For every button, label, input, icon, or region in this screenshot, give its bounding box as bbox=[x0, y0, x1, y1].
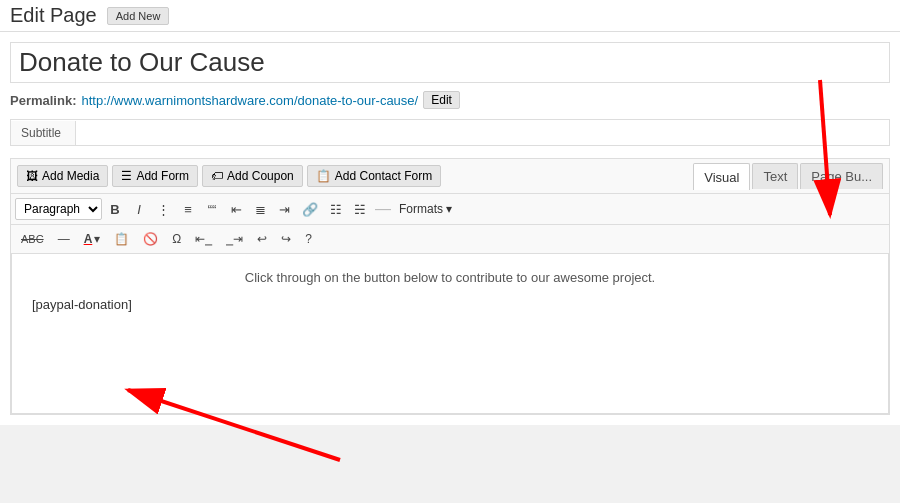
subtitle-row: Subtitle bbox=[10, 119, 890, 146]
blockquote-button[interactable]: ““ bbox=[201, 199, 223, 220]
editor-area[interactable]: Click through on the button below to con… bbox=[11, 254, 889, 414]
content-wrap: Permalink: http://www.warnimontshardware… bbox=[0, 32, 900, 425]
media-toolbar: 🖼 Add Media ☰ Add Form 🏷 Add Coupon 📋 Ad… bbox=[17, 165, 441, 187]
subtitle-input[interactable] bbox=[76, 120, 889, 145]
editor-view-tabs: Visual Text Page Bu... bbox=[693, 163, 883, 189]
paragraph-select[interactable]: Paragraph bbox=[15, 198, 102, 220]
hr-button[interactable]: — bbox=[52, 229, 76, 249]
ordered-list-button[interactable]: ≡ bbox=[177, 199, 199, 220]
special-chars-button[interactable]: Ω bbox=[166, 229, 187, 249]
color-dropdown-arrow: ▾ bbox=[94, 232, 100, 246]
tab-page-builder[interactable]: Page Bu... bbox=[800, 163, 883, 189]
paste-from-word-button[interactable]: 📋 bbox=[108, 229, 135, 249]
outdent-button[interactable]: ⇤⎯ bbox=[189, 229, 218, 249]
strikethrough-button[interactable]: ABC bbox=[15, 230, 50, 248]
undo-button[interactable]: ↩ bbox=[251, 229, 273, 249]
admin-header: Edit Page Add New bbox=[0, 0, 900, 32]
formats-dropdown[interactable]: Formats ▾ bbox=[395, 200, 456, 218]
indent-button[interactable]: ⎯⇥ bbox=[220, 229, 249, 249]
add-new-button[interactable]: Add New bbox=[107, 7, 170, 25]
add-media-button[interactable]: 🖼 Add Media bbox=[17, 165, 108, 187]
coupon-icon: 🏷 bbox=[211, 169, 223, 183]
table-button[interactable]: ☷ bbox=[325, 199, 347, 220]
redo-button[interactable]: ↪ bbox=[275, 229, 297, 249]
help-button[interactable]: ? bbox=[299, 229, 318, 249]
format-toolbar-row2: ABC — A▾ 📋 🚫 Ω ⇤⎯ ⎯⇥ ↩ ↪ ? bbox=[11, 225, 889, 254]
permalink-edit-button[interactable]: Edit bbox=[423, 91, 460, 109]
align-center-button[interactable]: ≣ bbox=[249, 199, 271, 220]
permalink-row: Permalink: http://www.warnimontshardware… bbox=[10, 91, 890, 109]
italic-button[interactable]: I bbox=[128, 199, 150, 220]
add-form-button[interactable]: ☰ Add Form bbox=[112, 165, 198, 187]
contact-form-icon: 📋 bbox=[316, 169, 331, 183]
permalink-link[interactable]: http://www.warnimontshardware.com/donate… bbox=[81, 93, 418, 108]
wp-more-button[interactable]: ☵ bbox=[349, 199, 371, 220]
add-contact-form-button[interactable]: 📋 Add Contact Form bbox=[307, 165, 441, 187]
format-toolbar-row1: Paragraph B I ⋮ ≡ ““ ⇤ ≣ ⇥ 🔗 ☷ ☵ — Forma… bbox=[11, 194, 889, 225]
align-right-button[interactable]: ⇥ bbox=[273, 199, 295, 220]
subtitle-label: Subtitle bbox=[11, 121, 76, 145]
svg-line-3 bbox=[128, 390, 340, 425]
editor-center-text: Click through on the button below to con… bbox=[32, 270, 868, 285]
page-title-header: Edit Page bbox=[10, 4, 97, 27]
text-color-icon: A bbox=[84, 232, 93, 246]
toolbar-tabs-row: 🖼 Add Media ☰ Add Form 🏷 Add Coupon 📋 Ad… bbox=[11, 159, 889, 194]
media-icon: 🖼 bbox=[26, 169, 38, 183]
link-button[interactable]: 🔗 bbox=[297, 199, 323, 220]
align-left-button[interactable]: ⇤ bbox=[225, 199, 247, 220]
bold-button[interactable]: B bbox=[104, 199, 126, 220]
separator1: — bbox=[373, 200, 393, 218]
editor-section: 🖼 Add Media ☰ Add Form 🏷 Add Coupon 📋 Ad… bbox=[10, 158, 890, 415]
form-icon: ☰ bbox=[121, 169, 132, 183]
tab-visual[interactable]: Visual bbox=[693, 163, 750, 190]
unordered-list-button[interactable]: ⋮ bbox=[152, 199, 175, 220]
tab-text[interactable]: Text bbox=[752, 163, 798, 189]
shortcode-text: [paypal-donation] bbox=[32, 297, 868, 312]
clear-format-button[interactable]: 🚫 bbox=[137, 229, 164, 249]
add-coupon-button[interactable]: 🏷 Add Coupon bbox=[202, 165, 303, 187]
page-title-input[interactable] bbox=[10, 42, 890, 83]
text-color-button[interactable]: A▾ bbox=[78, 229, 107, 249]
permalink-label: Permalink: bbox=[10, 93, 76, 108]
